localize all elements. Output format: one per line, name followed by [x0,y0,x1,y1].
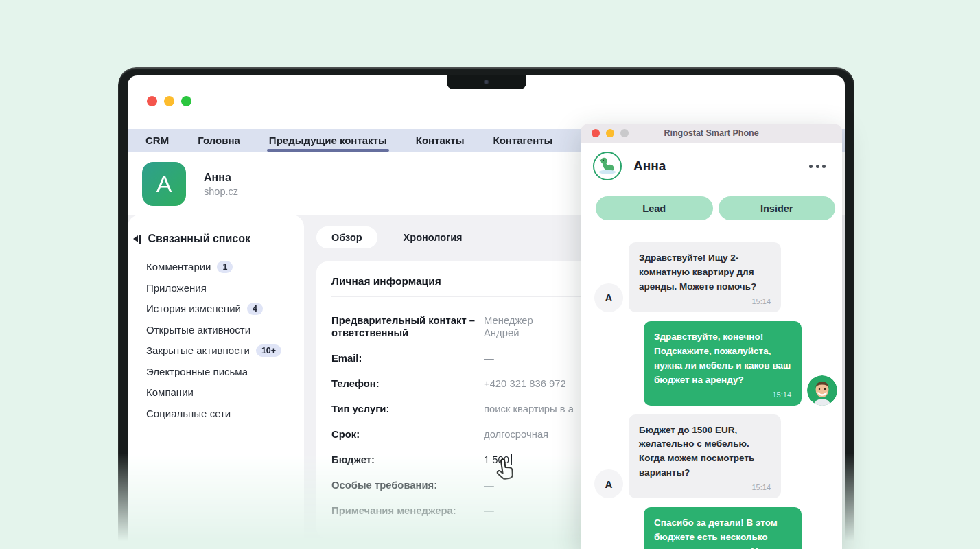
field-label: Предварительный контакт – ответственный [331,314,484,339]
message-text: Спасибо за детали! В этом бюджете есть н… [654,517,786,549]
message-time: 15:14 [639,296,771,307]
related-list-sidebar: Связанный список Комментарии 1 Приложени… [128,215,304,549]
message-bubble: Спасибо за детали! В этом бюджете есть н… [644,507,802,549]
contact-name: Анна [204,172,238,184]
page-background: CRM Головна Предыдущие контакты Контакты… [0,0,980,549]
widget-contact-row: Анна [581,143,842,189]
lead-button[interactable]: Lead [596,196,713,220]
count-badge: 10+ [256,344,281,357]
field-label: Тип услуги: [331,403,484,415]
count-badge: 4 [247,303,263,315]
sidebar-item-label: Компании [146,386,194,399]
message-incoming: A Бюджет до 1500 EUR, желательно с мебел… [594,414,837,499]
message-time: 15:14 [654,389,791,401]
sidebar-title: Связанный список [148,233,251,245]
ringostat-smart-phone-widget: Ringostat Smart Phone Анна Lead Insider [581,124,842,549]
count-badge: 1 [217,261,233,273]
webcam-icon [484,80,489,84]
field-label: Особые требования: [331,479,484,491]
field-label: Email: [331,352,484,364]
message-bubble: Бюджет до 1500 EUR, желательно с мебелью… [629,414,781,499]
field-value: Менеджер Андрей [484,314,547,339]
nav-item-crm[interactable]: CRM [145,129,169,152]
sidebar-item-label: Открытые активности [146,324,250,336]
message-outgoing: Здравствуйте, конечно! Подскажите, пожал… [594,321,837,406]
chat-contact-name: Анна [633,159,809,174]
sidebar-item-attachments[interactable]: Приложения [146,282,304,294]
sidebar-list: Комментарии 1 Приложения История изменен… [128,261,304,420]
crm-window-controls [147,96,191,106]
nav-item-contacts[interactable]: Контакты [416,129,465,152]
sidebar-collapse-header[interactable]: Связанный список [128,233,304,245]
sidebar-item-emails[interactable]: Электронные письма [146,366,304,378]
sidebar-item-label: Закрытые активности [146,344,250,357]
message-outgoing: Спасибо за детали! В этом бюджете есть н… [594,507,837,549]
contact-domain: shop.cz [204,186,238,197]
message-bubble: Здравствуйте! Ищу 2-комнатную квартиру д… [629,242,781,312]
chat-messages: A Здравствуйте! Ищу 2-комнатную квартиру… [581,242,842,549]
dino-avatar [593,152,622,180]
message-incoming: A Здравствуйте! Ищу 2-комнатную квартиру… [594,242,837,312]
message-bubble: Здравствуйте, конечно! Подскажите, пожал… [644,321,802,406]
sidebar-item-label: Социальные сети [146,408,231,420]
minimize-button[interactable] [164,96,174,106]
avatar: A [142,162,186,206]
field-value: долгосрочная [484,428,587,441]
more-options-icon[interactable] [809,165,831,168]
close-button[interactable] [147,96,157,106]
sidebar-item-comments[interactable]: Комментарии 1 [146,261,304,273]
sidebar-item-label: Электронные письма [146,366,248,378]
sidebar-item-change-history[interactable]: История изменений 4 [146,303,304,315]
client-avatar: A [594,469,623,498]
zoom-button[interactable] [181,96,191,106]
nav-item-counterparties[interactable]: Контагенты [493,129,553,152]
laptop-notch [447,75,526,89]
nav-item-previous-contacts[interactable]: Предыдущие контакты [269,129,387,152]
widget-title: Ringostat Smart Phone [581,128,842,138]
detail-tabs: Обзор Хронология [316,226,478,248]
sidebar-item-label: Приложения [146,282,207,294]
field-label: Срок: [331,428,484,441]
message-time: 15:14 [639,482,771,493]
field-label: Телефон: [331,377,484,390]
field-label: Примечания менеджера: [331,504,484,517]
hand-cursor-icon [493,457,518,485]
widget-titlebar[interactable]: Ringostat Smart Phone [581,124,842,143]
sidebar-item-social[interactable]: Социальные сети [146,408,304,420]
sidebar-item-closed-activities[interactable]: Закрытые активности 10+ [146,344,304,357]
sidebar-item-label: История изменений [146,303,241,315]
widget-action-buttons: Lead Insider [581,189,842,220]
sidebar-item-open-activities[interactable]: Открытые активности [146,324,304,336]
field-label: Бюджет: [331,454,484,466]
field-value: +420 321 836 972 [484,377,587,390]
collapse-sidebar-icon[interactable] [133,235,141,244]
insider-button[interactable]: Insider [719,196,836,220]
nav-item-home[interactable]: Головна [198,129,240,152]
tab-overview[interactable]: Обзор [316,226,377,248]
message-text: Здравствуйте, конечно! Подскажите, пожал… [654,331,791,385]
message-text: Бюджет до 1500 EUR, желательно с мебелью… [639,425,754,478]
sidebar-item-label: Комментарии [146,261,211,273]
field-value: поиск квартиры в а [484,403,587,415]
agent-avatar [807,375,837,406]
sidebar-item-companies[interactable]: Компании [146,386,304,399]
tab-timeline[interactable]: Хронология [388,226,478,248]
message-text: Здравствуйте! Ищу 2-комнатную квартиру д… [639,253,756,292]
field-value: — [484,504,587,517]
field-value: — [484,352,587,364]
contact-profile-header: A Анна shop.cz [142,162,238,206]
client-avatar: A [594,283,623,312]
